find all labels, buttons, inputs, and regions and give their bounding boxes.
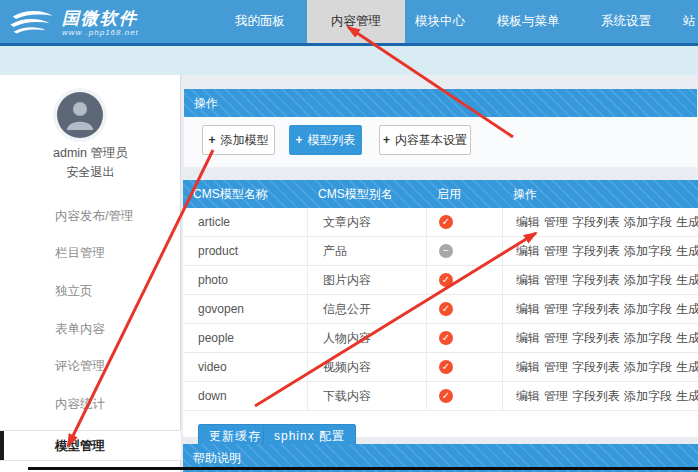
op-button-3[interactable]: +内容基本设置 [379, 125, 471, 155]
nav-item-6[interactable]: 站 [683, 0, 696, 43]
enabled-check-icon[interactable]: ✓ [439, 389, 453, 403]
disabled-minus-icon[interactable]: − [439, 244, 453, 258]
table-row: photo图片内容✓编辑管理字段列表添加字段生成模板导出 [183, 266, 698, 295]
cell-model-alias: 文章内容 [308, 208, 427, 236]
action-link-4[interactable]: 添加字段 [624, 302, 672, 316]
plus-icon: + [383, 133, 390, 147]
table-row: people人物内容✓编辑管理字段列表添加字段生成模板导出 [183, 324, 698, 353]
action-link-1[interactable]: 编辑 [516, 302, 540, 316]
column-header-4: 操作 [503, 180, 698, 208]
column-header-3: 启用 [427, 180, 503, 208]
action-link-2[interactable]: 管理 [544, 331, 568, 345]
person-icon [57, 92, 103, 138]
action-link-3[interactable]: 字段列表 [572, 273, 620, 287]
nav-item-4[interactable]: 模板与菜单 [497, 0, 560, 43]
action-link-4[interactable]: 添加字段 [624, 273, 672, 287]
action-link-1[interactable]: 编辑 [516, 360, 540, 374]
action-link-5[interactable]: 生成模板 [676, 215, 698, 229]
table-row: down下载内容✓编辑管理字段列表添加字段生成模板导出 [183, 382, 698, 411]
sidebar-item-4[interactable]: 表单内容 [55, 321, 105, 338]
action-link-3[interactable]: 字段列表 [572, 389, 620, 403]
action-link-2[interactable]: 管理 [544, 360, 568, 374]
table-header: CMS模型名称CMS模型别名启用操作 [183, 180, 698, 208]
cell-actions: 编辑管理字段列表添加字段生成模板导出 [503, 353, 698, 381]
action-link-4[interactable]: 添加字段 [624, 360, 672, 374]
sidebar-item-2[interactable]: 栏目管理 [55, 245, 105, 262]
cell-model-alias: 图片内容 [308, 266, 427, 294]
brand-logo[interactable]: 国微软件 www .php168.net [8, 4, 208, 42]
column-header-2: CMS模型别名 [308, 180, 427, 208]
op-button-2[interactable]: +模型列表 [289, 125, 362, 155]
cell-enabled: ✓ [427, 382, 503, 410]
action-link-1[interactable]: 编辑 [516, 215, 540, 229]
cell-model-alias: 产品 [308, 237, 427, 265]
action-link-5[interactable]: 生成模板 [676, 331, 698, 345]
enabled-check-icon[interactable]: ✓ [439, 302, 453, 316]
action-link-3[interactable]: 字段列表 [572, 244, 620, 258]
swoosh-icon [8, 6, 56, 40]
cell-model-name: article [183, 208, 308, 236]
enabled-check-icon[interactable]: ✓ [439, 215, 453, 229]
action-link-4[interactable]: 添加字段 [624, 389, 672, 403]
sidebar-item-6[interactable]: 内容统计 [55, 396, 105, 413]
operation-panel: 操作 +添加模型+模型列表+内容基本设置 [183, 88, 698, 168]
action-link-2[interactable]: 管理 [544, 244, 568, 258]
action-link-2[interactable]: 管理 [544, 302, 568, 316]
action-link-3[interactable]: 字段列表 [572, 215, 620, 229]
window-bottom-edge [28, 467, 698, 470]
action-link-1[interactable]: 编辑 [516, 331, 540, 345]
cell-model-name: govopen [183, 295, 308, 323]
enabled-check-icon[interactable]: ✓ [439, 360, 453, 374]
cell-actions: 编辑管理字段列表添加字段生成模板导出 [503, 382, 698, 410]
cell-enabled: ✓ [427, 295, 503, 323]
cell-model-alias: 信息公开 [308, 295, 427, 323]
nav-item-3[interactable]: 模块中心 [415, 0, 465, 43]
operation-panel-title: 操作 [184, 89, 697, 117]
action-link-3[interactable]: 字段列表 [572, 302, 620, 316]
enabled-check-icon[interactable]: ✓ [439, 273, 453, 287]
cell-model-name: video [183, 353, 308, 381]
sidebar-item-3[interactable]: 独立页 [55, 283, 93, 300]
op-button-1[interactable]: +添加模型 [202, 125, 275, 155]
action-link-3[interactable]: 字段列表 [572, 360, 620, 374]
column-header-1: CMS模型名称 [183, 180, 308, 208]
action-link-4[interactable]: 添加字段 [624, 244, 672, 258]
plus-icon: + [208, 133, 215, 147]
plus-icon: + [295, 133, 302, 147]
cell-actions: 编辑管理字段列表添加字段生成模板导出 [503, 295, 698, 323]
sidebar-item-1[interactable]: 内容发布/管理 [55, 208, 133, 225]
enabled-check-icon[interactable]: ✓ [439, 331, 453, 345]
action-link-4[interactable]: 添加字段 [624, 331, 672, 345]
action-link-5[interactable]: 生成模板 [676, 302, 698, 316]
action-link-4[interactable]: 添加字段 [624, 215, 672, 229]
action-link-2[interactable]: 管理 [544, 215, 568, 229]
action-link-3[interactable]: 字段列表 [572, 331, 620, 345]
nav-item-1[interactable]: 我的面板 [235, 0, 285, 43]
logout-link[interactable]: 安全退出 [0, 164, 181, 181]
sidebar-item-5[interactable]: 评论管理 [55, 358, 105, 375]
cell-actions: 编辑管理字段列表添加字段生成模板导出 [503, 208, 698, 236]
sub-header-band [0, 46, 698, 75]
user-name: admin 管理员 [0, 145, 181, 162]
nav-item-5[interactable]: 系统设置 [601, 0, 651, 43]
action-link-2[interactable]: 管理 [544, 389, 568, 403]
action-link-5[interactable]: 生成模板 [676, 360, 698, 374]
model-table-panel: CMS模型名称CMS模型别名启用操作 article文章内容✓编辑管理字段列表添… [183, 180, 698, 437]
table-row: article文章内容✓编辑管理字段列表添加字段生成模板导出 [183, 208, 698, 237]
action-link-5[interactable]: 生成模板 [676, 389, 698, 403]
cell-actions: 编辑管理字段列表添加字段生成模板导出 [503, 237, 698, 265]
action-link-2[interactable]: 管理 [544, 273, 568, 287]
cell-enabled: ✓ [427, 353, 503, 381]
sidebar-item-7[interactable]: 模型管理 [0, 430, 181, 461]
cell-enabled: ✓ [427, 266, 503, 294]
op-button-label: 内容基本设置 [395, 133, 467, 147]
action-link-1[interactable]: 编辑 [516, 273, 540, 287]
action-link-1[interactable]: 编辑 [516, 389, 540, 403]
op-button-label: 添加模型 [221, 133, 269, 147]
cell-actions: 编辑管理字段列表添加字段生成模板导出 [503, 266, 698, 294]
nav-item-2[interactable]: 内容管理 [307, 0, 405, 43]
action-link-1[interactable]: 编辑 [516, 244, 540, 258]
action-link-5[interactable]: 生成模板 [676, 244, 698, 258]
action-link-5[interactable]: 生成模板 [676, 273, 698, 287]
brand-subtitle: www .php168.net [62, 28, 139, 37]
